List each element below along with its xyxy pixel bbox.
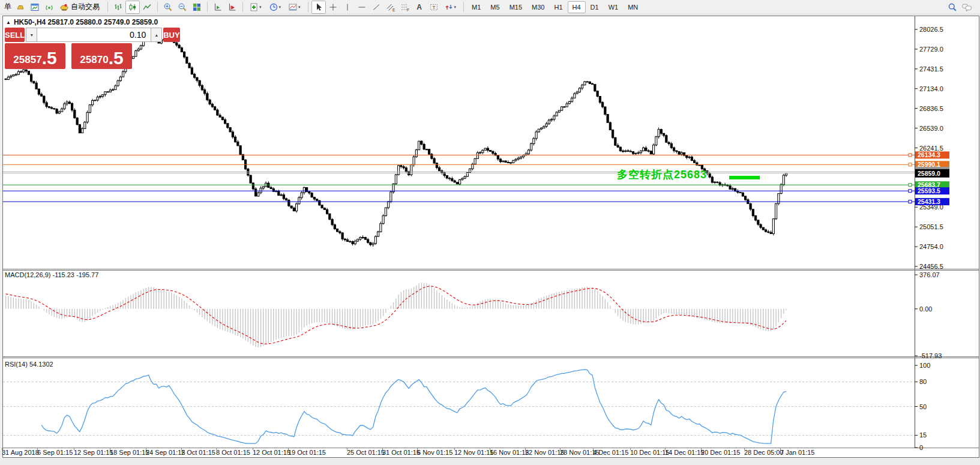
line-chart-button[interactable] [140,1,154,14]
level-price-tag-label: 25431.3 [918,198,940,205]
price-tick-label: 25051.5 [919,223,943,230]
time-axis-label: 12 Nov 01:15 [454,449,493,456]
toolbar-separator [463,2,464,12]
volume-decrease-button[interactable]: ▾ [26,28,37,42]
rsi-tick-label: 15 [919,431,927,439]
price-tick-label: 27729.0 [919,46,943,53]
cursor-button[interactable] [311,1,326,14]
horizontal-line-button[interactable] [355,1,369,14]
rsi-tick-label: 100 [919,362,930,369]
sell-price-button[interactable]: 25857.5 [5,43,65,69]
chart-shift-button[interactable] [225,1,239,14]
timeframe-button-mn[interactable]: MN [623,1,643,13]
chat-button[interactable] [960,1,974,14]
search-button[interactable] [945,1,960,14]
equidistant-channel-button[interactable]: E [383,1,398,14]
market-panel-button[interactable] [13,1,28,14]
chevron-down-icon[interactable]: ▾ [454,5,457,10]
volume-input[interactable] [37,28,151,42]
timeframe-button-m15[interactable]: M15 [505,1,527,13]
window-footer [0,458,980,465]
zoom-in-icon [163,2,173,12]
line-handle[interactable] [909,154,912,157]
trendline-icon [371,2,381,12]
time-axis-label: 20 Dec 01:15 [701,449,740,456]
time-axis-label: 10 Dec 01:15 [630,449,669,456]
signals-icon [44,2,54,12]
chart-window-icon [30,2,40,12]
timeframe-button-m30[interactable]: M30 [527,1,549,13]
zoom-out-button[interactable] [175,1,190,14]
templates-icon [288,2,298,12]
cursor-icon [314,2,323,12]
chevron-down-icon[interactable]: ▾ [298,5,301,10]
svg-text:F: F [407,7,409,11]
chart-title: ▲ HK50-,H4 25817.0 25880.0 25749.0 25859… [6,18,158,26]
toolbar-right-group [945,1,978,14]
text-icon: A [416,3,422,11]
level-price-tag-label: 25593.5 [918,187,940,194]
macd-indicator-label: MACD(12,26,9) -115.23 -195.77 [5,271,98,278]
auto-scroll-button[interactable] [211,1,225,14]
chart-title-text: HK50-,H4 25817.0 25880.0 25749.0 25859.0 [14,18,158,26]
timeframe-button-m1[interactable]: M1 [467,1,485,13]
chat-icon [961,2,972,12]
trendline-button[interactable] [369,1,383,14]
collapse-triangle-icon[interactable]: ▲ [6,20,11,25]
new-order-button[interactable]: 单 [2,2,13,12]
chart-canvas[interactable]: 28026.527729.027431.527134.026836.526539… [0,0,980,465]
new-chart-button[interactable] [28,1,42,14]
sell-price-main: 25857 [13,53,41,67]
buy-price-frac: .5 [109,49,124,67]
line-handle[interactable] [909,200,912,203]
tile-windows-button[interactable] [190,1,204,14]
chevron-down-icon[interactable]: ▾ [259,5,262,10]
line-handle[interactable] [909,163,912,166]
clock-icon [269,2,278,12]
timeframe-button-m5[interactable]: M5 [485,1,504,13]
buy-price-button[interactable]: 25870.5 [71,43,132,69]
volume-increase-button[interactable]: ▴ [151,28,162,42]
indicators-button[interactable]: ▾ [246,1,266,14]
timeframe-button-d1[interactable]: D1 [586,1,604,13]
crosshair-button[interactable] [326,1,340,14]
sell-button[interactable]: SELL [5,28,25,42]
timeframe-button-w1[interactable]: W1 [604,1,624,13]
candlestick-chart-button[interactable] [125,1,140,14]
time-axis-label: 14 Dec 01:15 [665,449,704,456]
zoom-out-icon [178,2,187,12]
time-axis-label: 24 Sep 01:15 [146,449,185,456]
autotrading-icon [59,2,69,12]
arrows-button[interactable]: ▾ [441,1,461,14]
toolbar-separator [308,2,308,12]
time-axis-label: 22 Nov 01:15 [525,449,564,456]
arrows-icon [444,2,454,12]
chart-shift-icon [227,2,237,12]
text-button[interactable]: A [412,1,427,14]
pivot-annotation-text[interactable]: 多空转折点25683 [617,167,707,182]
zoom-in-button[interactable] [161,1,175,14]
price-tick-label: 27431.5 [919,65,943,73]
vertical-line-button[interactable] [340,1,355,14]
time-axis-label: 18 Sep 01:15 [110,449,149,456]
bar-chart-button[interactable] [111,1,125,14]
autotrading-button[interactable]: 自动交易 [56,1,104,14]
text-label-button[interactable]: T [427,1,441,14]
line-handle[interactable] [909,184,912,187]
periods-button[interactable]: ▾ [266,1,286,14]
time-axis-label: 2 Oct 01:15 [181,449,215,456]
one-click-trading-panel: SELL ▾ ▴ BUY 25857.5 25870.5 [5,28,132,69]
fibonacci-button[interactable]: F [398,1,412,14]
timeframe-button-h1[interactable]: H1 [549,1,567,13]
fibonacci-icon: F [400,2,410,12]
macd-tick-label: 0.00 [919,305,932,313]
timeframe-button-h4[interactable]: H4 [568,1,586,13]
templates-button[interactable]: ▾ [285,1,305,14]
buy-button[interactable]: BUY [163,28,179,42]
pivot-segment[interactable] [729,176,760,179]
line-handle[interactable] [909,190,912,193]
toolbar: 单 自动交易 ▾ ▾ ▾ E F A T ▾ M1M5M15M30H1H4D1W… [0,0,980,14]
chevron-down-icon[interactable]: ▾ [279,5,281,10]
time-axis-label: 12 Sep 01:15 [74,449,113,456]
signals-button[interactable] [42,1,56,14]
